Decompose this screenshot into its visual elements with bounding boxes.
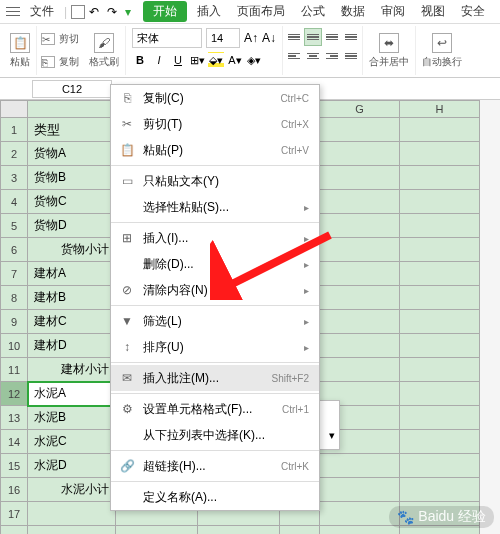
cell-H13[interactable] <box>400 406 480 430</box>
menu-item[interactable]: ↕排序(U)▸ <box>111 334 319 360</box>
cell-G1[interactable] <box>320 118 400 142</box>
align-center[interactable] <box>304 47 322 65</box>
cell-B15[interactable]: 水泥D <box>28 454 116 478</box>
cell-G16[interactable] <box>320 478 400 502</box>
cell-G7[interactable] <box>320 262 400 286</box>
align-top[interactable] <box>285 28 303 46</box>
cell-H12[interactable] <box>400 382 480 406</box>
cell-B18[interactable] <box>28 526 116 534</box>
row-header[interactable]: 15 <box>0 454 28 478</box>
row-header[interactable]: 18 <box>0 526 28 534</box>
cell-B4[interactable]: 货物C <box>28 190 116 214</box>
italic-button[interactable]: I <box>151 52 167 68</box>
grow-font-icon[interactable]: A↑ <box>244 31 258 45</box>
cell-H14[interactable] <box>400 430 480 454</box>
align-right[interactable] <box>323 47 341 65</box>
paste-group[interactable]: 📋 粘贴 <box>4 26 37 75</box>
fill-color-button[interactable]: ⬙▾ <box>208 52 224 68</box>
row-header[interactable]: 12 <box>0 382 28 406</box>
cell-B3[interactable]: 货物B <box>28 166 116 190</box>
row-header[interactable]: 5 <box>0 214 28 238</box>
row-header[interactable]: 13 <box>0 406 28 430</box>
menu-item[interactable]: ⊞插入(I)...▸ <box>111 225 319 251</box>
cell-reference-input[interactable] <box>32 80 112 98</box>
indent-dec[interactable] <box>342 47 360 65</box>
cell-H2[interactable] <box>400 142 480 166</box>
toolbar-btn[interactable] <box>71 5 85 19</box>
row-header[interactable]: 14 <box>0 430 28 454</box>
cell-H11[interactable] <box>400 358 480 382</box>
align-bottom[interactable] <box>323 28 341 46</box>
copy-button[interactable]: ⎘复制 <box>41 52 79 74</box>
cell-E18[interactable] <box>280 526 320 534</box>
align-middle[interactable] <box>304 28 322 46</box>
col-G[interactable]: G <box>320 100 400 118</box>
cell-G2[interactable] <box>320 142 400 166</box>
menu-item[interactable]: ⎘复制(C)Ctrl+C <box>111 85 319 111</box>
tab-security[interactable]: 安全 <box>455 3 491 20</box>
tab-review[interactable]: 审阅 <box>375 3 411 20</box>
cell-G6[interactable] <box>320 238 400 262</box>
menu-item[interactable]: ▭只粘贴文本(Y) <box>111 168 319 194</box>
select-all-corner[interactable] <box>0 100 28 118</box>
shrink-font-icon[interactable]: A↓ <box>262 31 276 45</box>
formatpainter-group[interactable]: 🖌 格式刷 <box>83 26 126 75</box>
row-header[interactable]: 6 <box>0 238 28 262</box>
cell-G4[interactable] <box>320 190 400 214</box>
font-color-button[interactable]: A▾ <box>227 52 243 68</box>
tab-data[interactable]: 数据 <box>335 3 371 20</box>
cell-G9[interactable] <box>320 310 400 334</box>
cell-B8[interactable]: 建材B <box>28 286 116 310</box>
cell-B11[interactable]: 建材小计 <box>28 358 116 382</box>
cut-button[interactable]: ✂剪切 <box>41 28 79 50</box>
cell-B5[interactable]: 货物D <box>28 214 116 238</box>
cell-B13[interactable]: 水泥B <box>28 406 116 430</box>
cell-G17[interactable] <box>320 502 400 526</box>
bold-button[interactable]: B <box>132 52 148 68</box>
merge-group[interactable]: ⬌ 合并居中 <box>363 26 416 75</box>
cell-G5[interactable] <box>320 214 400 238</box>
cell-H8[interactable] <box>400 286 480 310</box>
row-header[interactable]: 1 <box>0 118 28 142</box>
row-header[interactable]: 7 <box>0 262 28 286</box>
cell-B17[interactable] <box>28 502 116 526</box>
cell-B7[interactable]: 建材A <box>28 262 116 286</box>
cell-H1[interactable] <box>400 118 480 142</box>
cell-H5[interactable] <box>400 214 480 238</box>
cell-B2[interactable]: 货物A <box>28 142 116 166</box>
cell-G10[interactable] <box>320 334 400 358</box>
tab-formula[interactable]: 公式 <box>295 3 331 20</box>
cell-G15[interactable] <box>320 454 400 478</box>
menu-item[interactable]: 定义名称(A)... <box>111 484 319 510</box>
effects-button[interactable]: ◈▾ <box>246 52 262 68</box>
cell-C18[interactable] <box>116 526 198 534</box>
tab-view[interactable]: 视图 <box>415 3 451 20</box>
cell-H7[interactable] <box>400 262 480 286</box>
cell-B16[interactable]: 水泥小计 <box>28 478 116 502</box>
menu-item[interactable]: ✂剪切(T)Ctrl+X <box>111 111 319 137</box>
cell-G8[interactable] <box>320 286 400 310</box>
toolbar-btn[interactable]: ▾ <box>125 5 139 19</box>
row-header[interactable]: 4 <box>0 190 28 214</box>
row-header[interactable]: 17 <box>0 502 28 526</box>
cell-H15[interactable] <box>400 454 480 478</box>
cell-H6[interactable] <box>400 238 480 262</box>
cell-B9[interactable]: 建材C <box>28 310 116 334</box>
row-header[interactable]: 9 <box>0 310 28 334</box>
tab-layout[interactable]: 页面布局 <box>231 3 291 20</box>
border-button[interactable]: ⊞▾ <box>189 52 205 68</box>
menu-item[interactable]: 删除(D)...▸ <box>111 251 319 277</box>
row-header[interactable]: 2 <box>0 142 28 166</box>
cell-G3[interactable] <box>320 166 400 190</box>
cell-B6[interactable]: 货物小计 <box>28 238 116 262</box>
cell-G18[interactable] <box>320 526 400 534</box>
cell-G11[interactable] <box>320 358 400 382</box>
menu-item[interactable]: 从下拉列表中选择(K)... <box>111 422 319 448</box>
row-header[interactable]: 10 <box>0 334 28 358</box>
menu-item[interactable]: 📋粘贴(P)Ctrl+V <box>111 137 319 163</box>
menu-item[interactable]: ⊘清除内容(N)▸ <box>111 277 319 303</box>
cell-B12[interactable]: 水泥A <box>28 382 116 406</box>
toolbar-btn[interactable]: ↶ <box>89 5 103 19</box>
cell-H9[interactable] <box>400 310 480 334</box>
wrap-group[interactable]: ↩ 自动换行 <box>416 26 468 75</box>
